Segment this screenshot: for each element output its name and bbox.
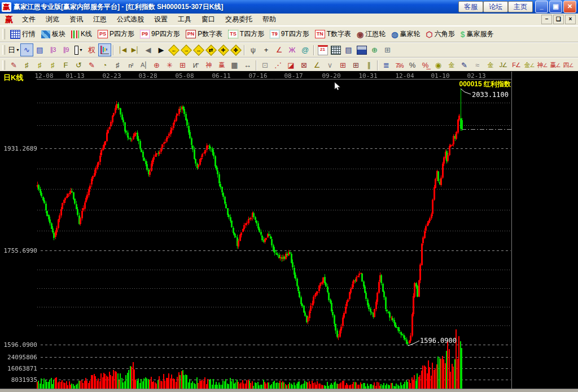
restore-button[interactable]: ▣	[549, 1, 562, 13]
menu-trade[interactable]: 交易委托	[220, 14, 257, 25]
gold-lines-tool[interactable]: 金	[445, 59, 458, 72]
nine-t-square-button[interactable]: T99T四方形	[267, 28, 312, 40]
shift-left-diamond[interactable]: ←	[168, 45, 179, 56]
angle-measure-button[interactable]: ∠	[273, 43, 286, 56]
toolbar-grip[interactable]	[2, 45, 5, 55]
menu-news[interactable]: 资讯	[64, 14, 88, 25]
box-select-tool[interactable]: ⊡	[259, 59, 272, 72]
candle-style-dropdown[interactable]: ▼	[72, 43, 85, 56]
homepage-button[interactable]: 主页	[508, 1, 533, 12]
winner-wheel-button[interactable]: ◍赢家轮	[388, 28, 423, 40]
web-grid-tool[interactable]: ⊞	[176, 59, 189, 72]
red-brush-tool[interactable]: ✎	[85, 59, 98, 72]
net-station-button[interactable]: ⊕	[368, 43, 381, 56]
save-button[interactable]	[355, 43, 368, 56]
menu-file[interactable]: 文件	[17, 14, 41, 25]
paint-knife-tool[interactable]: ✎	[7, 59, 20, 72]
f-angle-tool[interactable]: F∠	[510, 59, 523, 72]
brush-pen-tool[interactable]: ✎	[458, 59, 471, 72]
expand-all-diamond[interactable]: ✛	[218, 45, 229, 56]
shen-angle-tool[interactable]: 神∠	[536, 59, 549, 72]
comb-tool[interactable]: ♯	[111, 59, 124, 72]
parallel-lines-tool[interactable]: ∥	[362, 59, 375, 72]
gold-comb-tool-2[interactable]: ♯	[46, 59, 59, 72]
shaded-box-tool[interactable]: ◪	[284, 59, 297, 72]
shift-right-diamond[interactable]: →	[181, 45, 192, 56]
n-squared-tool[interactable]: n²	[124, 59, 137, 72]
win-angle-tool[interactable]: 赢∠	[549, 59, 562, 72]
gann-wheel-button[interactable]: ◉江恩轮	[354, 28, 388, 40]
t-square-button[interactable]: TST四方形	[225, 28, 267, 40]
hand-tool-button[interactable]: ψ	[247, 43, 260, 56]
price-comb-tool[interactable]: ♯	[20, 59, 33, 72]
k-marks-tool[interactable]: И”	[189, 59, 202, 72]
gold-comb-tool-1[interactable]: ♯	[33, 59, 46, 72]
compress-h-diamond[interactable]: ⇄	[205, 45, 217, 56]
gold-circle-tool[interactable]: ◉	[432, 59, 445, 72]
ray-box-tool[interactable]: ⊠	[297, 59, 310, 72]
menu-formula-stock-pick[interactable]: 公式选股	[112, 14, 149, 25]
mdi-minimize-button[interactable]: –	[541, 15, 552, 24]
toolbar-grip[interactable]	[2, 60, 5, 71]
shen-tool[interactable]: 神	[202, 59, 215, 72]
quotes-button[interactable]: 行情	[7, 28, 38, 40]
gann-flower-button[interactable]: Ж	[286, 43, 299, 56]
goto-first-button[interactable]: │◀	[116, 43, 129, 56]
v-wave-tool[interactable]: ∨	[323, 59, 336, 72]
page-right-button[interactable]: ▶	[155, 43, 168, 56]
period-day-dropdown[interactable]: 日▼	[7, 43, 20, 56]
kline-canvas[interactable]	[0, 71, 578, 392]
angle-fan-tool[interactable]: ∠	[310, 59, 323, 72]
minimize-button[interactable]: _	[535, 1, 548, 13]
price-scale-tool[interactable]: ≣	[380, 59, 393, 72]
wave-overlay-tool[interactable]: ≈	[471, 59, 484, 72]
menu-browse[interactable]: 浏览	[41, 14, 64, 25]
cycle-3-button[interactable]: ∥3	[46, 43, 59, 56]
star-web-tool[interactable]: ✳	[163, 59, 176, 72]
crosshair-button[interactable]: +	[260, 43, 273, 56]
f-lines-tool[interactable]: F	[59, 59, 72, 72]
trend-wave-button[interactable]: ∿	[20, 43, 33, 56]
gold-char-tool[interactable]: 金	[484, 59, 497, 72]
mirror-a-tool[interactable]: A⎮	[137, 59, 150, 72]
percent-tool[interactable]: %	[406, 59, 419, 72]
hexagon-button[interactable]: ⬡六角形	[423, 28, 457, 40]
sectors-button[interactable]: 板块	[38, 28, 68, 40]
page-left-button[interactable]: ◀	[142, 43, 155, 56]
notes-button[interactable]: ▤	[342, 43, 355, 56]
close-button[interactable]: ✕	[563, 1, 576, 13]
p-number-table-button[interactable]: PNP数字表	[183, 28, 226, 40]
circle-cross-tool[interactable]: ⊕	[150, 59, 163, 72]
grid-table-tool[interactable]: ▦	[228, 59, 241, 72]
gold-angle-tool[interactable]: 金∠	[523, 59, 536, 72]
mdi-restore-button[interactable]: ❑	[553, 15, 564, 24]
winner-service-button[interactable]: $赢家服务	[458, 28, 497, 40]
calculator-button[interactable]	[329, 43, 342, 56]
red-grid-tool-1[interactable]: ⊞	[336, 59, 349, 72]
mdi-close-button[interactable]: ×	[565, 15, 576, 24]
p-square-button[interactable]: PSP四方形	[95, 28, 137, 40]
menu-help[interactable]: 帮助	[257, 14, 281, 25]
calendar-button[interactable]: 21	[316, 43, 329, 56]
percent-strike-tool[interactable]: 7̶%	[393, 59, 406, 72]
info-panel-button[interactable]: ▤	[33, 43, 46, 56]
fan-rays-tool[interactable]: ⋰	[272, 59, 284, 72]
four-angle-tool[interactable]: 四∠	[562, 59, 575, 72]
width-arrows-tool[interactable]: ↔	[241, 59, 254, 72]
expand-h-diamond[interactable]: ↔	[193, 45, 204, 56]
cycle-9-button[interactable]: ∥9	[59, 43, 72, 56]
j-angle-tool[interactable]: J∠	[497, 59, 510, 72]
knot-tool-button[interactable]: @	[299, 43, 312, 56]
time-circle-tool[interactable]: ◔	[98, 59, 111, 72]
percent-lines-tool[interactable]: %̲	[419, 59, 432, 72]
spiral-tool[interactable]: ↺	[72, 59, 85, 72]
menu-settings[interactable]: 设置	[149, 14, 173, 25]
volume-profile-button[interactable]	[98, 43, 111, 56]
t-number-table-button[interactable]: TNT数字表	[312, 28, 354, 40]
win-tool[interactable]: 赢	[215, 59, 228, 72]
remote-pc-button[interactable]: ⊞	[381, 43, 394, 56]
kline-button[interactable]: K线	[68, 28, 95, 40]
goto-last-button[interactable]: ▶│	[129, 43, 142, 56]
nine-p-square-button[interactable]: P99P四方形	[137, 28, 183, 40]
compress-all-diamond[interactable]: ✜	[230, 45, 242, 56]
